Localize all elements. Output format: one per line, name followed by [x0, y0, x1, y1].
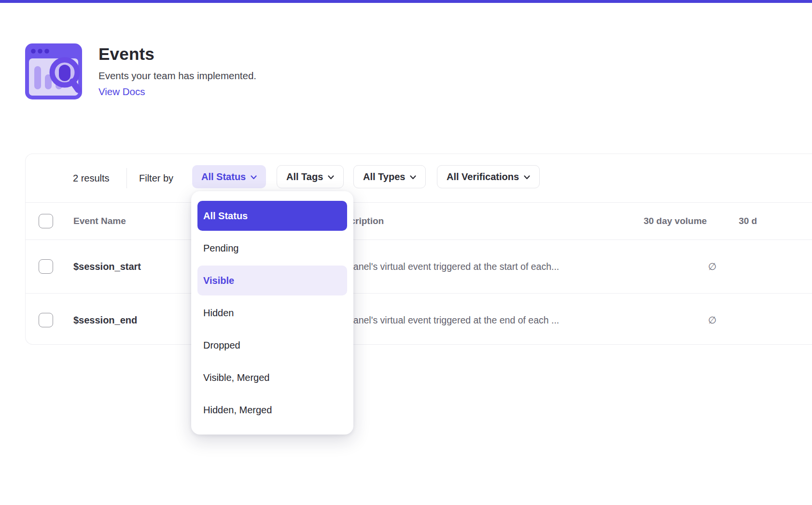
verifications-filter-dropdown[interactable]: All Verifications: [437, 165, 540, 188]
events-table-card: 2 results Filter by All Status All Tags …: [25, 154, 812, 345]
menu-item-hidden-merged[interactable]: Hidden, Merged: [197, 395, 347, 425]
row-checkbox[interactable]: [39, 259, 53, 274]
toolbar-divider: [126, 168, 127, 188]
row-checkbox[interactable]: [39, 313, 53, 327]
tags-filter-dropdown[interactable]: All Tags: [277, 165, 344, 188]
top-accent-bar: [0, 0, 812, 3]
tags-filter-label: All Tags: [286, 171, 323, 182]
menu-item-visible[interactable]: Visible: [197, 266, 347, 295]
event-description: Mixpanel's virtual event triggered at th…: [334, 240, 623, 293]
chevron-down-icon: [524, 175, 530, 180]
page-subtitle: Events your team has implemented.: [98, 70, 256, 82]
event-30-day-volume: ∅: [623, 240, 719, 293]
menu-item-all-status[interactable]: All Status: [197, 201, 347, 231]
event-description: Mixpanel's virtual event triggered at th…: [334, 294, 623, 347]
verifications-filter-label: All Verifications: [447, 171, 519, 182]
filter-toolbar: 2 results Filter by All Status All Tags …: [26, 154, 812, 203]
event-30-day-volume: ∅: [623, 294, 719, 347]
page-title: Events: [98, 44, 256, 64]
status-dropdown-menu: All Status Pending Visible Hidden Droppe…: [191, 191, 353, 435]
menu-item-visible-merged[interactable]: Visible, Merged: [197, 363, 347, 393]
filter-by-label: Filter by: [139, 154, 173, 202]
types-filter-dropdown[interactable]: All Types: [353, 165, 426, 188]
table-header-row: Event Name Description 30 day volume 30 …: [26, 203, 812, 240]
chevron-down-icon: [410, 175, 416, 180]
select-all-checkbox[interactable]: [39, 214, 53, 228]
column-header-description: Description: [334, 203, 623, 239]
status-filter-label: All Status: [201, 171, 246, 182]
results-count: 2 results: [73, 154, 110, 202]
table-row[interactable]: $session_end Mixpanel's virtual event tr…: [26, 294, 812, 347]
chevron-down-icon: [328, 175, 334, 180]
events-app-icon: [24, 42, 83, 100]
table-row[interactable]: $session_start Mixpanel's virtual event …: [26, 240, 812, 294]
status-filter-dropdown[interactable]: All Status: [192, 165, 266, 188]
menu-item-hidden[interactable]: Hidden: [197, 298, 347, 328]
view-docs-link[interactable]: View Docs: [98, 86, 145, 98]
menu-item-pending[interactable]: Pending: [197, 233, 347, 263]
column-header-30-day-users: 30 d: [719, 203, 812, 239]
types-filter-label: All Types: [363, 171, 405, 182]
menu-item-dropped[interactable]: Dropped: [197, 330, 347, 360]
column-header-30-day-volume: 30 day volume: [623, 203, 719, 239]
chevron-down-icon: [251, 175, 257, 180]
page-header: Events Events your team has implemented.…: [98, 44, 256, 98]
